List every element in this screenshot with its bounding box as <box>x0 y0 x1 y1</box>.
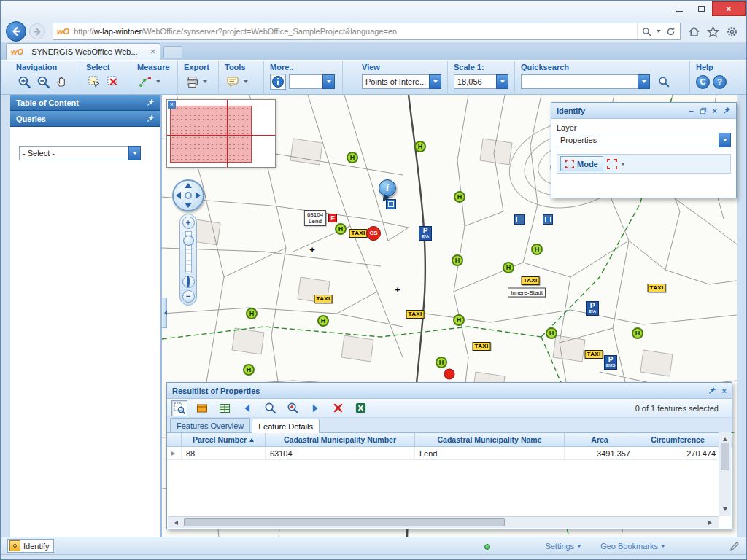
pin-icon[interactable] <box>723 106 731 114</box>
browser-tab[interactable]: wO SYNERGIS WebOffice Web... × <box>6 43 160 60</box>
help-button[interactable]: ? <box>713 75 727 89</box>
vertical-scroll-thumb[interactable] <box>721 443 729 470</box>
more-select-dropdown-button[interactable] <box>322 74 335 89</box>
settings-gear-icon[interactable] <box>726 26 738 38</box>
refresh-table-button[interactable] <box>217 400 233 416</box>
print-button[interactable] <box>184 74 200 90</box>
row-expander[interactable] <box>167 447 182 459</box>
pan-center-icon[interactable] <box>185 192 192 199</box>
panel-close-icon[interactable]: × <box>722 386 727 395</box>
export-dropdown-icon[interactable] <box>203 80 207 85</box>
edit-pencil-icon[interactable] <box>729 541 740 551</box>
view-select[interactable]: Points of Intere... <box>362 74 441 89</box>
zoom-to-feature-button[interactable] <box>262 400 278 416</box>
pin-icon[interactable] <box>708 386 716 394</box>
mode-button[interactable]: Mode <box>560 156 603 171</box>
overview-map[interactable]: × <box>166 99 276 168</box>
quicksearch-input[interactable] <box>521 74 638 89</box>
pan-down-icon[interactable] <box>185 203 192 208</box>
scroll-up-icon[interactable] <box>723 435 727 441</box>
panel-close-icon[interactable]: × <box>713 106 717 115</box>
favorites-star-icon[interactable] <box>707 26 719 38</box>
remove-results-button[interactable] <box>330 400 346 416</box>
zoom-full-extent-button[interactable] <box>182 276 195 288</box>
scroll-down-icon[interactable] <box>723 508 727 513</box>
address-dropdown-icon[interactable] <box>657 30 661 35</box>
quicksearch-go-button[interactable] <box>656 74 672 90</box>
layer-select[interactable]: Properties <box>557 133 731 147</box>
zoom-slider-track[interactable] <box>185 231 192 273</box>
column-header-area[interactable]: Area <box>565 433 635 446</box>
column-header-parcel-number[interactable]: Parcel Number <box>182 433 266 446</box>
view-select-dropdown-button[interactable] <box>429 74 441 89</box>
more-tool-select[interactable] <box>289 74 335 89</box>
panel-minimize-icon[interactable]: – <box>689 106 693 115</box>
query-select-dropdown-button[interactable] <box>128 146 141 160</box>
selection-extent-icon[interactable] <box>607 159 617 169</box>
tools-dropdown-icon[interactable] <box>244 80 248 85</box>
zoom-in-button[interactable] <box>16 74 32 90</box>
scroll-right-icon[interactable] <box>708 521 714 525</box>
pan-up-icon[interactable] <box>185 183 192 188</box>
quicksearch-dropdown-button[interactable] <box>638 74 650 89</box>
scale-select[interactable]: 18,056 <box>454 74 508 89</box>
identify-panel-titlebar[interactable]: Identify – × <box>551 103 736 119</box>
select-features-button[interactable] <box>86 74 102 90</box>
browse-records-button[interactable] <box>194 400 210 416</box>
zoom-to-all-button[interactable] <box>285 400 301 416</box>
new-tab-button[interactable] <box>163 46 182 58</box>
panel-restore-icon[interactable] <box>700 107 707 114</box>
horizontal-scrollbar[interactable] <box>168 516 719 528</box>
home-icon[interactable] <box>688 26 700 38</box>
column-header-cadastral-municipality-name[interactable]: Cadastral Municipality Name <box>415 433 565 446</box>
pin-icon[interactable] <box>147 114 155 122</box>
refresh-icon[interactable] <box>666 27 676 36</box>
scroll-left-icon[interactable] <box>172 521 178 525</box>
pan-right-icon[interactable] <box>196 192 201 199</box>
overview-extent-box[interactable] <box>170 106 252 163</box>
measure-dropdown-icon[interactable] <box>156 80 160 85</box>
clear-selection-button[interactable] <box>105 74 121 90</box>
query-select[interactable]: - Select - <box>19 146 152 160</box>
scale-select-dropdown-button[interactable] <box>496 74 508 89</box>
forward-button[interactable] <box>29 23 45 39</box>
layer-select-dropdown-button[interactable] <box>719 133 731 147</box>
search-icon[interactable] <box>642 27 651 36</box>
pan-left-icon[interactable] <box>176 192 181 199</box>
excel-export-button[interactable] <box>352 400 368 416</box>
pin-icon[interactable] <box>147 98 155 106</box>
zoom-slider-handle[interactable] <box>183 236 194 246</box>
previous-feature-button[interactable] <box>239 400 255 416</box>
column-header-cadastral-municipality-number[interactable]: Cadastral Municipality Number <box>266 433 415 446</box>
tab-close-icon[interactable]: × <box>150 48 155 55</box>
column-header-circumference[interactable]: Circumference <box>635 433 721 446</box>
pan-dpad[interactable] <box>172 179 204 211</box>
overview-close-icon[interactable]: × <box>168 101 176 109</box>
geo-bookmarks-menu[interactable]: Geo Bookmarks <box>600 542 665 551</box>
sidebar-collapse-handle[interactable] <box>162 298 167 328</box>
select-result-button[interactable] <box>171 400 187 416</box>
active-tool-indicator[interactable]: Identify <box>7 539 54 553</box>
quicksearch-combo[interactable] <box>521 74 650 89</box>
table-row[interactable]: 88 63104 Lend 3491.357 270.474 <box>167 447 732 460</box>
back-button[interactable] <box>6 21 26 42</box>
window-minimize-button[interactable] <box>668 1 690 16</box>
sidebar-item-queries[interactable]: Queries <box>10 111 160 127</box>
vertical-scrollbar[interactable] <box>719 432 731 516</box>
identify-tool-button[interactable] <box>270 74 286 90</box>
measure-button[interactable] <box>137 74 153 90</box>
address-bar[interactable]: wO http://w-lap-wintner/WebOffice/synser… <box>53 23 681 40</box>
pan-button[interactable] <box>54 74 70 90</box>
tab-feature-details[interactable]: Feature Details <box>252 419 320 433</box>
resultlist-titlebar[interactable]: Resultlist of Properties × <box>167 383 732 399</box>
horizontal-scroll-thumb[interactable] <box>184 518 505 526</box>
window-close-button[interactable]: × <box>712 1 746 16</box>
zoom-plus-button[interactable]: + <box>182 217 195 229</box>
sidebar-item-table-of-content[interactable]: Table of Content <box>10 95 160 111</box>
next-feature-button[interactable] <box>307 400 323 416</box>
zoom-minus-button[interactable]: − <box>182 290 195 303</box>
contact-button[interactable]: C <box>696 75 710 89</box>
window-maximize-button[interactable] <box>690 1 712 16</box>
tools-button[interactable] <box>225 74 241 90</box>
settings-menu[interactable]: Settings <box>545 542 581 551</box>
